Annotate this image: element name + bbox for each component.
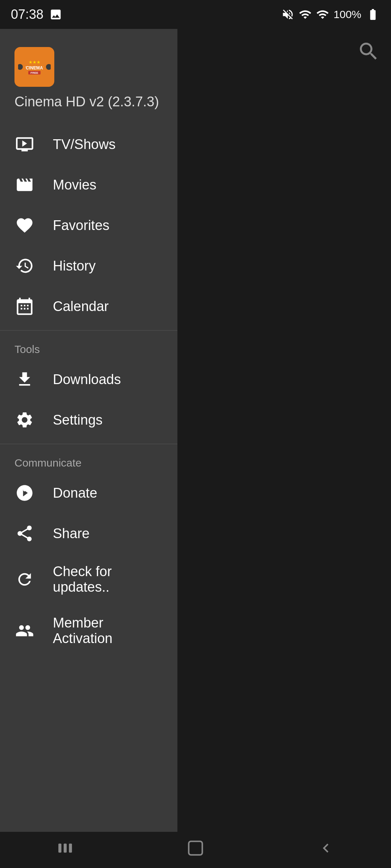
sidebar-item-history[interactable]: History — [0, 246, 177, 286]
sidebar-item-share[interactable]: Share — [0, 513, 177, 554]
communicate-section-header: Communicate — [0, 448, 177, 473]
history-icon — [14, 256, 35, 276]
svg-text:CINEMA: CINEMA — [26, 65, 43, 71]
bottom-nav — [0, 832, 391, 868]
battery-icon — [366, 8, 380, 21]
movies-label: Movies — [53, 177, 96, 193]
svg-rect-8 — [58, 844, 61, 853]
sidebar-item-donate[interactable]: Donate — [0, 473, 177, 513]
mute-icon — [281, 8, 294, 21]
settings-label: Settings — [53, 412, 102, 428]
sidebar-item-downloads[interactable]: Downloads — [0, 359, 177, 400]
svg-rect-11 — [189, 841, 202, 855]
favorites-label: Favorites — [53, 218, 109, 233]
status-bar: 07:38 100% — [0, 0, 391, 29]
svg-text:★★★: ★★★ — [29, 60, 41, 65]
menu-icon — [56, 839, 74, 857]
download-icon — [14, 369, 35, 390]
sidebar-item-movies[interactable]: Movies — [0, 165, 177, 205]
svg-rect-10 — [69, 844, 72, 853]
communicate-divider — [0, 444, 177, 444]
heart-icon — [14, 215, 35, 235]
calendar-label: Calendar — [53, 299, 109, 314]
settings-icon — [14, 410, 35, 430]
member-activation-label: Member Activation — [53, 615, 163, 646]
tools-divider — [0, 330, 177, 331]
tools-section-header: Tools — [0, 334, 177, 359]
sidebar-item-favorites[interactable]: Favorites — [0, 205, 177, 246]
search-icon — [357, 40, 380, 63]
check-updates-label: Check for updates.. — [53, 564, 163, 595]
share-icon — [14, 523, 35, 544]
status-icons: 100% — [281, 8, 380, 21]
home-icon — [186, 839, 205, 857]
nav-list: TV/Shows Movies Favorites — [0, 124, 177, 327]
logo-ticket-icon: ★★★ CINEMA FREE — [18, 51, 51, 83]
sidebar-item-settings[interactable]: Settings — [0, 400, 177, 440]
nav-home-button[interactable] — [172, 835, 219, 864]
nav-menu-button[interactable] — [42, 835, 89, 864]
tv-shows-label: TV/Shows — [53, 137, 115, 152]
sidebar-item-check-updates[interactable]: Check for updates.. — [0, 554, 177, 605]
battery-level: 100% — [333, 8, 361, 21]
movies-icon — [14, 175, 35, 195]
image-icon — [49, 8, 62, 21]
app-title: Cinema HD v2 (2.3.7.3) — [14, 94, 163, 110]
donate-label: Donate — [53, 485, 97, 501]
donate-icon — [14, 483, 35, 503]
svg-rect-9 — [64, 844, 67, 853]
signal-icon — [316, 8, 329, 21]
wifi-icon — [299, 8, 312, 21]
calendar-icon — [14, 296, 35, 316]
refresh-icon — [14, 569, 35, 590]
app-logo: ★★★ CINEMA FREE — [14, 47, 54, 87]
main-layout: ★★★ CINEMA FREE Cinema HD v2 (2.3.7.3) — [0, 29, 391, 832]
nav-back-button[interactable] — [302, 835, 349, 864]
sidebar: ★★★ CINEMA FREE Cinema HD v2 (2.3.7.3) — [0, 29, 177, 832]
sidebar-item-member-activation[interactable]: Member Activation — [0, 605, 177, 656]
history-label: History — [53, 258, 96, 274]
back-icon — [317, 839, 335, 857]
app-header: ★★★ CINEMA FREE Cinema HD v2 (2.3.7.3) — [0, 29, 177, 124]
status-time: 07:38 — [11, 7, 43, 22]
svg-text:FREE: FREE — [30, 71, 38, 75]
group-icon — [14, 621, 35, 641]
sidebar-item-calendar[interactable]: Calendar — [0, 286, 177, 327]
sidebar-item-tv-shows[interactable]: TV/Shows — [0, 124, 177, 165]
downloads-label: Downloads — [53, 372, 121, 387]
tv-icon — [14, 134, 35, 154]
share-label: Share — [53, 526, 89, 541]
search-button[interactable] — [357, 40, 380, 64]
content-area — [177, 29, 391, 832]
